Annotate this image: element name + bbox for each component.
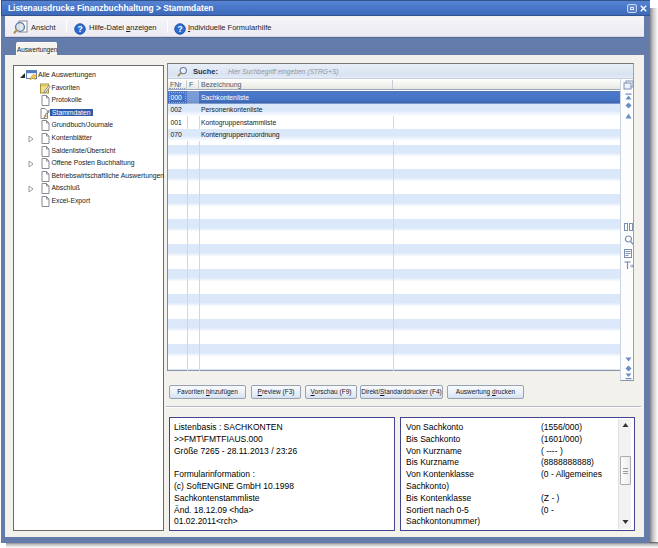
svg-text:?: ? xyxy=(177,24,182,34)
svg-text:?: ? xyxy=(77,24,82,34)
